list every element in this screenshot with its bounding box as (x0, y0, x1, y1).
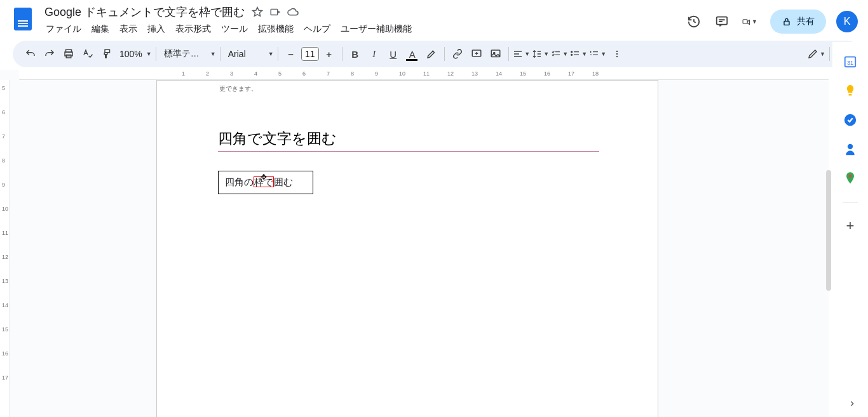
svg-point-20 (849, 175, 852, 178)
comments-icon[interactable] (709, 9, 735, 34)
svg-text:31: 31 (847, 60, 853, 66)
side-panel: 31 + (832, 42, 868, 417)
checklist-button[interactable]: ▼ (551, 45, 569, 63)
highlight-button[interactable] (423, 45, 440, 63)
editing-mode-button[interactable]: ▼ (807, 45, 825, 63)
move-cursor-icon: ✥ (261, 173, 267, 181)
text-color-button[interactable]: A (403, 45, 421, 63)
more-button[interactable] (608, 45, 626, 63)
svg-point-12 (616, 51, 618, 52)
font-size-decrease[interactable]: − (282, 45, 300, 63)
spellcheck-button[interactable] (79, 45, 97, 63)
cloud-status-icon[interactable] (285, 4, 301, 20)
menu-view[interactable]: 表示 (114, 22, 142, 36)
lock-icon (782, 17, 792, 27)
menu-tools[interactable]: ツール (216, 22, 253, 36)
svg-rect-2 (743, 20, 747, 24)
svg-point-10 (571, 51, 573, 53)
table-frame[interactable]: 四角の✥枠で囲む (218, 171, 313, 194)
account-avatar[interactable]: K (836, 11, 858, 32)
line-spacing-button[interactable]: ▼ (532, 45, 550, 63)
body-text-cutoff: 更できます。 (219, 84, 597, 93)
svg-rect-17 (849, 94, 852, 96)
svg-point-14 (616, 56, 618, 57)
menu-extensions[interactable]: 拡張機能 (253, 22, 299, 36)
svg-rect-3 (784, 21, 789, 25)
cell-text-post: 囲む (274, 176, 293, 187)
zoom-combo[interactable]: 100%▼ (117, 45, 152, 63)
calendar-icon[interactable]: 31 (843, 55, 857, 69)
document-title[interactable]: Google ドキュメントで文字を枠で囲む (41, 4, 248, 20)
contacts-icon[interactable] (843, 142, 857, 156)
selected-object[interactable]: ✥枠で (254, 176, 274, 187)
svg-point-11 (571, 54, 573, 55)
history-icon[interactable] (681, 9, 707, 34)
keep-icon[interactable] (843, 84, 857, 98)
meet-button[interactable]: ▼ (737, 9, 763, 34)
bullet-list-button[interactable]: ▼ (570, 45, 588, 63)
vertical-ruler[interactable]: 567891011121314151617 (0, 80, 10, 417)
docs-logo[interactable] (8, 4, 38, 30)
font-size-input[interactable] (301, 47, 319, 61)
share-button[interactable]: 共有 (770, 10, 826, 34)
insert-image-button[interactable] (487, 45, 505, 63)
svg-rect-0 (271, 10, 278, 15)
svg-point-13 (616, 53, 618, 55)
align-button[interactable]: ▼ (513, 45, 531, 63)
table-cell[interactable]: 四角の✥枠で囲む (220, 173, 311, 192)
share-label: 共有 (797, 16, 815, 27)
addons-plus-icon[interactable]: + (843, 219, 857, 233)
underline-button[interactable]: U (384, 45, 402, 63)
bold-button[interactable]: B (346, 45, 364, 63)
menu-file[interactable]: ファイル (41, 22, 86, 36)
cell-text-pre: 四角の (225, 176, 254, 187)
tasks-icon[interactable] (843, 113, 857, 127)
menu-accessibility[interactable]: ユーザー補助機能 (336, 22, 417, 36)
menu-help[interactable]: ヘルプ (299, 22, 336, 36)
horizontal-ruler[interactable]: 123456789101112131415161718 (19, 70, 829, 80)
chevron-down-icon: ▼ (752, 18, 757, 25)
font-size-increase[interactable]: + (320, 45, 338, 63)
move-icon[interactable] (268, 4, 283, 20)
undo-button[interactable] (22, 45, 39, 63)
numbered-list-button[interactable]: ▼ (589, 45, 607, 63)
svg-point-19 (848, 144, 853, 149)
redo-button[interactable] (41, 45, 58, 63)
italic-button[interactable]: I (365, 45, 383, 63)
print-button[interactable] (60, 45, 78, 63)
menu-edit[interactable]: 編集 (86, 22, 114, 36)
star-icon[interactable] (250, 4, 265, 20)
vertical-scrollbar[interactable] (826, 170, 831, 291)
heading-text[interactable]: 四角で文字を囲む (218, 129, 599, 152)
menu-insert[interactable]: 挿入 (142, 22, 170, 36)
side-panel-collapse-icon[interactable] (848, 399, 857, 408)
styles-combo[interactable]: 標準テキ...▼ (160, 45, 216, 63)
maps-icon[interactable] (843, 171, 857, 185)
menu-format[interactable]: 表示形式 (170, 22, 216, 36)
insert-link-button[interactable] (449, 45, 466, 63)
svg-rect-1 (717, 17, 728, 25)
insert-comment-button[interactable] (468, 45, 485, 63)
font-combo[interactable]: Arial▼ (224, 45, 274, 63)
toolbar: 100%▼ 標準テキ...▼ Arial▼ − + B I U A ▼ ▼ ▼ … (13, 41, 860, 67)
document-page[interactable]: 更できます。 四角で文字を囲む 四角の✥枠で囲む (156, 80, 658, 417)
paint-format-button[interactable] (98, 45, 116, 63)
menu-bar: ファイル 編集 表示 挿入 表示形式 ツール 拡張機能 ヘルプ ユーザー補助機能 (41, 20, 681, 38)
